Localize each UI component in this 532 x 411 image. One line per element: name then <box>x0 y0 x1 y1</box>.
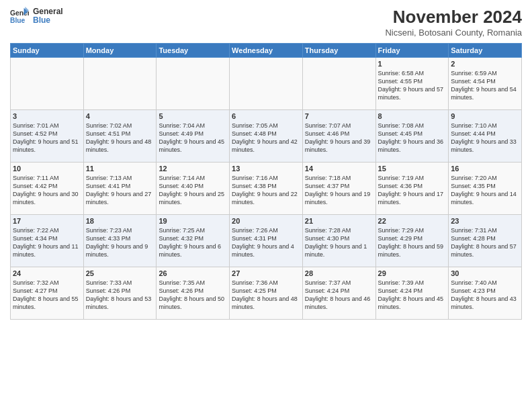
day-info: Sunrise: 7:40 AM Sunset: 4:23 PM Dayligh… <box>451 279 519 312</box>
day-number: 11 <box>86 165 154 173</box>
day-number: 3 <box>13 112 81 120</box>
day-number: 22 <box>378 217 447 225</box>
svg-text:Blue: Blue <box>10 17 26 24</box>
day-cell: 18Sunrise: 7:23 AM Sunset: 4:33 PM Dayli… <box>83 215 157 267</box>
calendar-table: Sunday Monday Tuesday Wednesday Thursday… <box>10 43 522 320</box>
day-cell: 23Sunrise: 7:31 AM Sunset: 4:28 PM Dayli… <box>449 215 522 267</box>
day-number: 19 <box>159 217 227 225</box>
day-cell: 14Sunrise: 7:18 AM Sunset: 4:37 PM Dayli… <box>302 163 375 215</box>
day-cell: 21Sunrise: 7:28 AM Sunset: 4:30 PM Dayli… <box>302 215 375 267</box>
week-row-1: 3Sunrise: 7:01 AM Sunset: 4:52 PM Daylig… <box>11 110 522 163</box>
day-cell: 2Sunrise: 6:59 AM Sunset: 4:54 PM Daylig… <box>449 58 522 110</box>
header-thursday: Thursday <box>302 44 375 58</box>
day-cell: 12Sunrise: 7:14 AM Sunset: 4:40 PM Dayli… <box>157 163 230 215</box>
week-row-4: 24Sunrise: 7:32 AM Sunset: 4:27 PM Dayli… <box>11 267 522 320</box>
month-title: November 2024 <box>385 7 522 28</box>
day-number: 13 <box>232 165 300 173</box>
day-number: 21 <box>305 217 373 225</box>
day-cell: 30Sunrise: 7:40 AM Sunset: 4:23 PM Dayli… <box>449 267 522 320</box>
day-cell: 15Sunrise: 7:19 AM Sunset: 4:36 PM Dayli… <box>375 163 449 215</box>
day-number: 6 <box>232 112 300 120</box>
day-number: 7 <box>305 112 373 120</box>
logo: General Blue General Blue <box>10 7 63 26</box>
day-info: Sunrise: 7:32 AM Sunset: 4:27 PM Dayligh… <box>13 279 81 312</box>
day-number: 28 <box>305 269 373 277</box>
day-cell: 22Sunrise: 7:29 AM Sunset: 4:29 PM Dayli… <box>375 215 449 267</box>
header-tuesday: Tuesday <box>157 44 230 58</box>
day-cell: 17Sunrise: 7:22 AM Sunset: 4:34 PM Dayli… <box>11 215 84 267</box>
day-cell <box>157 58 230 110</box>
day-info: Sunrise: 7:37 AM Sunset: 4:24 PM Dayligh… <box>305 279 373 312</box>
day-info: Sunrise: 7:36 AM Sunset: 4:25 PM Dayligh… <box>232 279 300 312</box>
header-row: Sunday Monday Tuesday Wednesday Thursday… <box>11 44 522 58</box>
day-info: Sunrise: 7:28 AM Sunset: 4:30 PM Dayligh… <box>305 226 373 259</box>
day-info: Sunrise: 7:20 AM Sunset: 4:35 PM Dayligh… <box>451 174 519 207</box>
day-number: 2 <box>451 60 519 68</box>
logo-text-blue: Blue <box>33 16 63 25</box>
day-info: Sunrise: 7:31 AM Sunset: 4:28 PM Dayligh… <box>451 226 519 259</box>
day-number: 30 <box>451 269 519 277</box>
day-info: Sunrise: 7:35 AM Sunset: 4:26 PM Dayligh… <box>159 279 227 312</box>
day-cell: 11Sunrise: 7:13 AM Sunset: 4:41 PM Dayli… <box>83 163 157 215</box>
header-friday: Friday <box>375 44 449 58</box>
day-cell <box>83 58 157 110</box>
logo-icon: General Blue <box>10 7 29 26</box>
week-row-2: 10Sunrise: 7:11 AM Sunset: 4:42 PM Dayli… <box>11 163 522 215</box>
day-info: Sunrise: 7:22 AM Sunset: 4:34 PM Dayligh… <box>13 226 81 259</box>
day-number: 4 <box>86 112 154 120</box>
day-info: Sunrise: 7:14 AM Sunset: 4:40 PM Dayligh… <box>159 174 227 207</box>
day-number: 27 <box>232 269 300 277</box>
day-cell: 6Sunrise: 7:05 AM Sunset: 4:48 PM Daylig… <box>230 110 303 163</box>
day-number: 8 <box>378 112 447 120</box>
day-info: Sunrise: 7:04 AM Sunset: 4:49 PM Dayligh… <box>159 122 227 154</box>
header: General Blue General Blue November 2024 … <box>10 7 522 38</box>
day-info: Sunrise: 6:58 AM Sunset: 4:55 PM Dayligh… <box>378 69 447 102</box>
day-number: 1 <box>378 60 447 68</box>
day-cell: 5Sunrise: 7:04 AM Sunset: 4:49 PM Daylig… <box>157 110 230 163</box>
day-cell: 29Sunrise: 7:39 AM Sunset: 4:24 PM Dayli… <box>375 267 449 320</box>
day-cell <box>230 58 303 110</box>
day-number: 26 <box>159 269 227 277</box>
day-number: 14 <box>305 165 373 173</box>
day-info: Sunrise: 7:01 AM Sunset: 4:52 PM Dayligh… <box>13 122 81 154</box>
header-monday: Monday <box>83 44 157 58</box>
week-row-3: 17Sunrise: 7:22 AM Sunset: 4:34 PM Dayli… <box>11 215 522 267</box>
day-info: Sunrise: 7:08 AM Sunset: 4:45 PM Dayligh… <box>378 122 447 154</box>
day-cell: 20Sunrise: 7:26 AM Sunset: 4:31 PM Dayli… <box>230 215 303 267</box>
day-info: Sunrise: 7:26 AM Sunset: 4:31 PM Dayligh… <box>232 226 300 259</box>
day-info: Sunrise: 7:11 AM Sunset: 4:42 PM Dayligh… <box>13 174 81 207</box>
day-number: 24 <box>13 269 81 277</box>
day-info: Sunrise: 7:05 AM Sunset: 4:48 PM Dayligh… <box>232 122 300 154</box>
day-number: 16 <box>451 165 519 173</box>
day-info: Sunrise: 7:33 AM Sunset: 4:26 PM Dayligh… <box>86 279 154 312</box>
day-cell <box>11 58 84 110</box>
day-number: 18 <box>86 217 154 225</box>
day-cell: 3Sunrise: 7:01 AM Sunset: 4:52 PM Daylig… <box>11 110 84 163</box>
day-info: Sunrise: 7:02 AM Sunset: 4:51 PM Dayligh… <box>86 122 154 154</box>
day-info: Sunrise: 7:29 AM Sunset: 4:29 PM Dayligh… <box>378 226 447 259</box>
day-info: Sunrise: 7:25 AM Sunset: 4:32 PM Dayligh… <box>159 226 227 259</box>
page: General Blue General Blue November 2024 … <box>0 0 532 411</box>
day-cell: 9Sunrise: 7:10 AM Sunset: 4:44 PM Daylig… <box>449 110 522 163</box>
day-cell: 16Sunrise: 7:20 AM Sunset: 4:35 PM Dayli… <box>449 163 522 215</box>
day-cell: 25Sunrise: 7:33 AM Sunset: 4:26 PM Dayli… <box>83 267 157 320</box>
calendar-header: Sunday Monday Tuesday Wednesday Thursday… <box>11 44 522 58</box>
day-number: 10 <box>13 165 81 173</box>
day-cell: 28Sunrise: 7:37 AM Sunset: 4:24 PM Dayli… <box>302 267 375 320</box>
day-number: 17 <box>13 217 81 225</box>
day-info: Sunrise: 7:39 AM Sunset: 4:24 PM Dayligh… <box>378 279 447 312</box>
day-cell: 8Sunrise: 7:08 AM Sunset: 4:45 PM Daylig… <box>375 110 449 163</box>
day-cell: 26Sunrise: 7:35 AM Sunset: 4:26 PM Dayli… <box>157 267 230 320</box>
day-info: Sunrise: 7:13 AM Sunset: 4:41 PM Dayligh… <box>86 174 154 207</box>
week-row-0: 1Sunrise: 6:58 AM Sunset: 4:55 PM Daylig… <box>11 58 522 110</box>
day-info: Sunrise: 7:10 AM Sunset: 4:44 PM Dayligh… <box>451 122 519 154</box>
day-cell: 7Sunrise: 7:07 AM Sunset: 4:46 PM Daylig… <box>302 110 375 163</box>
day-number: 20 <box>232 217 300 225</box>
day-cell: 13Sunrise: 7:16 AM Sunset: 4:38 PM Dayli… <box>230 163 303 215</box>
day-number: 12 <box>159 165 227 173</box>
calendar-body: 1Sunrise: 6:58 AM Sunset: 4:55 PM Daylig… <box>11 58 522 320</box>
day-number: 23 <box>451 217 519 225</box>
header-saturday: Saturday <box>449 44 522 58</box>
day-number: 5 <box>159 112 227 120</box>
day-number: 25 <box>86 269 154 277</box>
